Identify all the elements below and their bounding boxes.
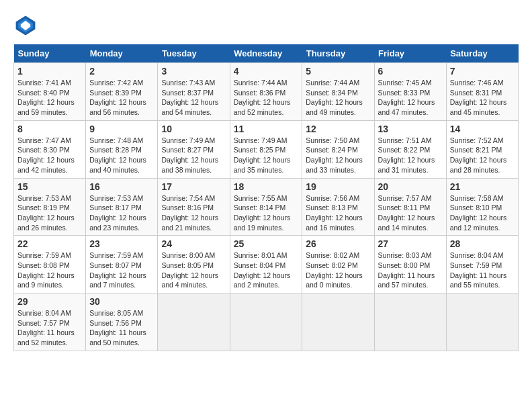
calendar-body: 1Sunrise: 7:41 AMSunset: 8:40 PMDaylight… — [14, 63, 519, 351]
daylight-text: Daylight: 12 hours and 33 minutes. — [306, 156, 363, 174]
calendar-day-cell — [158, 293, 230, 351]
daylight-text: Daylight: 11 hours and 52 minutes. — [17, 328, 75, 347]
sunset-text: Sunset: 8:00 PM — [378, 261, 431, 269]
sunset-text: Sunset: 8:33 PM — [378, 89, 431, 97]
sunset-text: Sunset: 8:10 PM — [450, 203, 502, 212]
calendar-day-cell: 13Sunrise: 7:51 AMSunset: 8:22 PMDayligh… — [374, 120, 446, 178]
daylight-text: Daylight: 12 hours and 40 minutes. — [89, 156, 146, 174]
sunset-text: Sunset: 8:14 PM — [234, 203, 286, 212]
day-number: 7 — [450, 66, 515, 77]
day-number: 26 — [306, 238, 370, 249]
calendar-day-cell: 16Sunrise: 7:53 AMSunset: 8:17 PMDayligh… — [86, 178, 158, 236]
calendar-day-cell: 5Sunrise: 7:44 AMSunset: 8:34 PMDaylight… — [302, 63, 374, 121]
weekday-header-cell: Tuesday — [158, 44, 230, 63]
calendar-week-row: 1Sunrise: 7:41 AMSunset: 8:40 PMDaylight… — [14, 63, 519, 121]
daylight-text: Daylight: 11 hours and 57 minutes. — [378, 271, 435, 289]
daylight-text: Daylight: 11 hours and 55 minutes. — [450, 271, 507, 289]
sunset-text: Sunset: 8:40 PM — [17, 89, 70, 97]
calendar-day-cell: 18Sunrise: 7:55 AMSunset: 8:14 PMDayligh… — [230, 178, 302, 236]
daylight-text: Daylight: 12 hours and 21 minutes. — [161, 214, 218, 232]
sunrise-text: Sunrise: 7:57 AM — [378, 194, 432, 202]
daylight-text: Daylight: 12 hours and 14 minutes. — [378, 214, 435, 232]
sunset-text: Sunset: 8:21 PM — [450, 146, 502, 154]
daylight-text: Daylight: 12 hours and 35 minutes. — [234, 156, 291, 174]
sunset-text: Sunset: 8:11 PM — [378, 203, 431, 212]
daylight-text: Daylight: 12 hours and 19 minutes. — [234, 214, 291, 232]
calendar-day-cell: 23Sunrise: 7:59 AMSunset: 8:07 PMDayligh… — [86, 236, 158, 293]
day-number: 20 — [378, 181, 443, 192]
sunrise-text: Sunrise: 7:49 AM — [161, 136, 215, 144]
calendar-day-cell: 2Sunrise: 7:42 AMSunset: 8:39 PMDaylight… — [86, 63, 158, 121]
sunrise-text: Sunrise: 7:52 AM — [450, 136, 504, 144]
day-number: 22 — [17, 238, 82, 249]
calendar-day-cell: 8Sunrise: 7:47 AMSunset: 8:30 PMDaylight… — [14, 120, 86, 178]
sunrise-text: Sunrise: 7:42 AM — [89, 79, 143, 87]
day-number: 4 — [234, 66, 299, 77]
calendar-day-cell — [374, 293, 446, 351]
day-number: 3 — [161, 66, 226, 77]
daylight-text: Daylight: 11 hours and 50 minutes. — [89, 328, 146, 347]
day-number: 14 — [450, 124, 515, 134]
sunrise-text: Sunrise: 7:50 AM — [306, 136, 359, 144]
sunset-text: Sunset: 8:19 PM — [17, 203, 70, 212]
calendar-day-cell: 19Sunrise: 7:56 AMSunset: 8:13 PMDayligh… — [302, 178, 374, 236]
sunset-text: Sunset: 8:31 PM — [450, 89, 502, 97]
weekday-header-cell: Friday — [374, 44, 446, 63]
day-number: 12 — [306, 124, 370, 134]
day-number: 25 — [234, 238, 299, 249]
daylight-text: Daylight: 12 hours and 12 minutes. — [450, 214, 507, 232]
sunrise-text: Sunrise: 7:41 AM — [17, 79, 71, 87]
calendar-day-cell: 3Sunrise: 7:43 AMSunset: 8:37 PMDaylight… — [158, 63, 230, 121]
daylight-text: Daylight: 12 hours and 54 minutes. — [161, 98, 218, 116]
sunset-text: Sunset: 8:05 PM — [161, 261, 214, 269]
sunrise-text: Sunrise: 8:04 AM — [17, 309, 71, 317]
day-number: 18 — [234, 181, 299, 192]
calendar-day-cell: 27Sunrise: 8:03 AMSunset: 8:00 PMDayligh… — [374, 236, 446, 293]
day-number: 29 — [17, 296, 82, 307]
sunset-text: Sunset: 8:17 PM — [89, 203, 142, 212]
day-number: 15 — [17, 181, 82, 192]
calendar-day-cell — [446, 293, 518, 351]
sunset-text: Sunset: 8:22 PM — [378, 146, 431, 154]
daylight-text: Daylight: 12 hours and 23 minutes. — [89, 214, 146, 232]
sunset-text: Sunset: 8:02 PM — [306, 261, 358, 269]
calendar-day-cell: 15Sunrise: 7:53 AMSunset: 8:19 PMDayligh… — [14, 178, 86, 236]
sunset-text: Sunset: 7:56 PM — [89, 319, 142, 327]
sunset-text: Sunset: 8:36 PM — [234, 89, 286, 97]
sunset-text: Sunset: 8:13 PM — [306, 203, 358, 212]
calendar-day-cell: 29Sunrise: 8:04 AMSunset: 7:57 PMDayligh… — [14, 293, 86, 351]
day-number: 1 — [17, 66, 82, 77]
daylight-text: Daylight: 12 hours and 0 minutes. — [306, 271, 363, 289]
sunrise-text: Sunrise: 7:44 AM — [306, 79, 359, 87]
sunset-text: Sunset: 8:25 PM — [234, 146, 286, 154]
weekday-header-cell: Saturday — [446, 44, 518, 63]
sunrise-text: Sunrise: 7:58 AM — [450, 194, 504, 202]
calendar-day-cell: 10Sunrise: 7:49 AMSunset: 8:27 PMDayligh… — [158, 120, 230, 178]
sunrise-text: Sunrise: 8:02 AM — [306, 251, 359, 259]
calendar-week-row: 22Sunrise: 7:59 AMSunset: 8:08 PMDayligh… — [14, 236, 519, 293]
sunset-text: Sunset: 8:37 PM — [161, 89, 214, 97]
daylight-text: Daylight: 12 hours and 56 minutes. — [89, 98, 146, 116]
calendar-day-cell: 1Sunrise: 7:41 AMSunset: 8:40 PMDaylight… — [14, 63, 86, 121]
sunrise-text: Sunrise: 7:44 AM — [234, 79, 287, 87]
sunset-text: Sunset: 8:30 PM — [17, 146, 70, 154]
calendar-week-row: 29Sunrise: 8:04 AMSunset: 7:57 PMDayligh… — [14, 293, 519, 351]
sunrise-text: Sunrise: 7:43 AM — [161, 79, 215, 87]
weekday-header-cell: Wednesday — [230, 44, 302, 63]
daylight-text: Daylight: 12 hours and 49 minutes. — [306, 98, 363, 116]
day-number: 27 — [378, 238, 443, 249]
day-number: 17 — [161, 181, 226, 192]
header — [13, 13, 519, 38]
calendar-day-cell: 14Sunrise: 7:52 AMSunset: 8:21 PMDayligh… — [446, 120, 518, 178]
calendar-day-cell: 26Sunrise: 8:02 AMSunset: 8:02 PMDayligh… — [302, 236, 374, 293]
sunrise-text: Sunrise: 7:47 AM — [17, 136, 71, 144]
calendar-day-cell: 22Sunrise: 7:59 AMSunset: 8:08 PMDayligh… — [14, 236, 86, 293]
daylight-text: Daylight: 12 hours and 26 minutes. — [17, 214, 75, 232]
calendar-day-cell: 4Sunrise: 7:44 AMSunset: 8:36 PMDaylight… — [230, 63, 302, 121]
sunrise-text: Sunrise: 8:01 AM — [234, 251, 287, 259]
sunset-text: Sunset: 7:59 PM — [450, 261, 502, 269]
day-number: 2 — [89, 66, 154, 77]
sunrise-text: Sunrise: 7:46 AM — [450, 79, 504, 87]
calendar-day-cell: 6Sunrise: 7:45 AMSunset: 8:33 PMDaylight… — [374, 63, 446, 121]
sunrise-text: Sunrise: 8:00 AM — [161, 251, 215, 259]
